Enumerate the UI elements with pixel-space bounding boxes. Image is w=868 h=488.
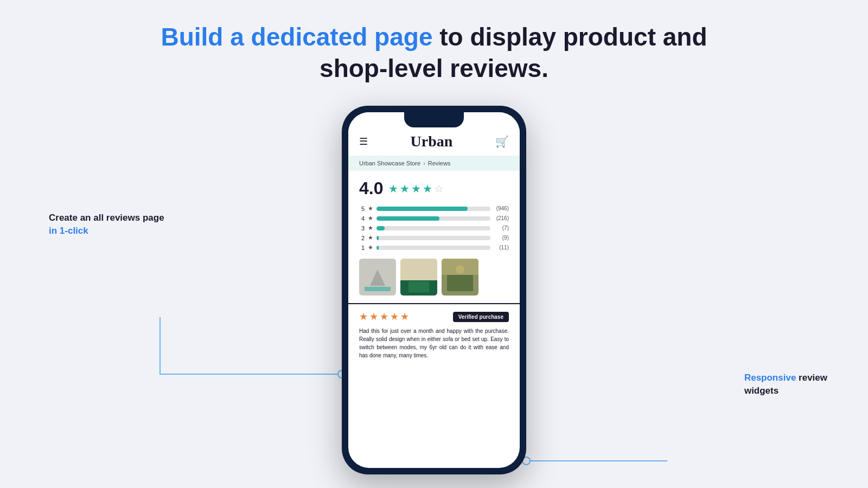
star-1: ★: [388, 182, 398, 195]
phone-outer: ☰ Urban 🛒 Urban Showcase Store › Reviews: [342, 106, 526, 474]
phone-screen: ☰ Urban 🛒 Urban Showcase Store › Reviews: [348, 112, 520, 468]
review-photo-2[interactable]: [400, 259, 437, 296]
review-photo-1[interactable]: [359, 259, 396, 296]
phone-body: 4.0 ★ ★ ★ ★ ☆ 5: [348, 171, 520, 367]
star-2: ★: [400, 182, 410, 195]
bar-track-4: [376, 216, 490, 221]
bar-row-2: 2 ★ (9): [359, 234, 509, 241]
phone-notch: [404, 112, 464, 127]
bar-fill-3: [376, 226, 385, 230]
right-annotation-text: Responsive reviewwidgets: [744, 371, 827, 397]
svg-rect-11: [447, 275, 473, 291]
verified-badge: Verified purchase: [453, 312, 509, 322]
left-annotation-highlight: in 1-click: [49, 226, 88, 236]
bar-fill-2: [376, 236, 379, 240]
bar-row-5: 5 ★ (946): [359, 205, 509, 212]
breadcrumb-separator: ›: [423, 160, 425, 166]
photo-strip: [359, 259, 509, 296]
review-stars-row: ★ ★ ★ ★ ★ Verified purchase: [359, 311, 509, 323]
content-area: Create an all reviews page in 1-click ☰ …: [0, 106, 868, 474]
breadcrumb-page[interactable]: Reviews: [428, 160, 451, 166]
bar-row-3: 3 ★ (7): [359, 224, 509, 232]
star-5: ☆: [434, 182, 444, 195]
right-annotation-highlight: Responsive: [744, 373, 796, 383]
separator-line: [348, 303, 520, 304]
bar-fill-4: [376, 216, 439, 221]
svg-rect-5: [365, 287, 391, 291]
bar-row-1: 1 ★ (11): [359, 244, 509, 251]
bar-fill-1: [376, 246, 379, 250]
phone-mockup: ☰ Urban 🛒 Urban Showcase Store › Reviews: [342, 106, 526, 474]
left-annotation: Create an all reviews page in 1-click: [49, 211, 164, 237]
star-4: ★: [423, 182, 432, 195]
bar-track-3: [376, 226, 490, 230]
bar-track-2: [376, 236, 490, 240]
review-star-3: ★: [380, 311, 388, 323]
heading-highlight: Build a dedicated page: [161, 23, 432, 51]
cart-icon[interactable]: 🛒: [495, 135, 509, 148]
hamburger-icon[interactable]: ☰: [359, 136, 368, 147]
svg-point-12: [456, 265, 464, 274]
bar-track-1: [376, 246, 490, 250]
store-logo: Urban: [411, 133, 453, 150]
bar-row-4: 4 ★ (216): [359, 215, 509, 222]
review-card: ★ ★ ★ ★ ★ Verified purchase Had this for…: [359, 311, 509, 359]
rating-bars: 5 ★ (946) 4 ★: [359, 205, 509, 251]
breadcrumb-bar: Urban Showcase Store › Reviews: [348, 156, 520, 171]
svg-rect-8: [409, 281, 429, 292]
right-annotation: Responsive reviewwidgets: [744, 371, 827, 397]
overall-rating: 4.0: [359, 178, 383, 198]
review-stars: ★ ★ ★ ★ ★: [359, 311, 409, 323]
review-star-1: ★: [359, 311, 368, 323]
review-star-5: ★: [400, 311, 409, 323]
main-heading: Build a dedicated page to display produc…: [161, 22, 707, 84]
review-star-4: ★: [390, 311, 399, 323]
left-annotation-text: Create an all reviews page in 1-click: [49, 211, 164, 237]
page-wrapper: Build a dedicated page to display produc…: [0, 0, 868, 488]
review-star-2: ★: [369, 311, 378, 323]
review-text: Had this for just over a month and happy…: [359, 327, 509, 359]
review-photo-3[interactable]: [442, 259, 478, 296]
bar-track-5: [376, 207, 490, 211]
star-3: ★: [411, 182, 421, 195]
breadcrumb-store[interactable]: Urban Showcase Store: [359, 160, 420, 166]
rating-summary: 4.0 ★ ★ ★ ★ ☆: [359, 178, 509, 198]
bar-fill-5: [376, 207, 468, 211]
stars-display: ★ ★ ★ ★ ☆: [388, 182, 444, 195]
